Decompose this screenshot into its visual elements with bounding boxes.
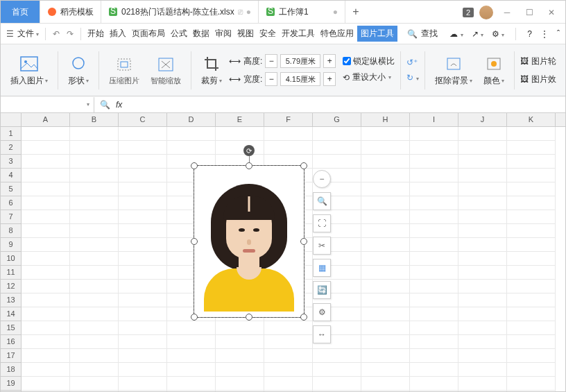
cell[interactable] bbox=[119, 141, 167, 155]
fit-button[interactable]: ⛶ bbox=[313, 214, 331, 232]
cell[interactable] bbox=[458, 307, 507, 321]
cell[interactable] bbox=[119, 293, 167, 307]
cell[interactable] bbox=[361, 127, 410, 141]
col-header[interactable]: C bbox=[119, 113, 167, 126]
resize-handle-se[interactable] bbox=[300, 314, 307, 321]
cell[interactable] bbox=[22, 141, 70, 155]
cell[interactable] bbox=[119, 363, 167, 377]
cell[interactable] bbox=[361, 252, 410, 266]
cell[interactable] bbox=[264, 363, 313, 377]
menu-data[interactable]: 数据 bbox=[191, 26, 212, 42]
cell[interactable] bbox=[70, 127, 119, 141]
cell[interactable] bbox=[507, 335, 556, 349]
cell[interactable] bbox=[22, 155, 70, 169]
cell[interactable] bbox=[458, 141, 507, 155]
reset-size-button[interactable]: ⟲ 重设大小▾ bbox=[343, 70, 395, 85]
add-tab-button[interactable]: + bbox=[345, 6, 366, 18]
cell[interactable] bbox=[313, 127, 361, 141]
height-plus[interactable]: + bbox=[323, 54, 336, 68]
col-header[interactable]: E bbox=[216, 113, 264, 126]
share-icon[interactable]: ↗ ▾ bbox=[472, 29, 483, 39]
cell[interactable] bbox=[70, 335, 119, 349]
compress-button[interactable]: 压缩图片 bbox=[105, 48, 144, 93]
cell[interactable] bbox=[70, 349, 119, 363]
cell[interactable] bbox=[22, 238, 70, 252]
cell[interactable] bbox=[119, 307, 167, 321]
cell[interactable] bbox=[458, 335, 507, 349]
cell[interactable] bbox=[216, 127, 264, 141]
cell[interactable] bbox=[507, 377, 556, 391]
cell[interactable] bbox=[264, 321, 313, 335]
cell[interactable] bbox=[119, 196, 167, 210]
row-header[interactable]: 5 bbox=[1, 182, 22, 196]
cell[interactable] bbox=[216, 335, 264, 349]
cell[interactable] bbox=[22, 307, 70, 321]
cell[interactable] bbox=[70, 182, 119, 196]
cell[interactable] bbox=[70, 238, 119, 252]
col-header[interactable]: B bbox=[70, 113, 119, 126]
cell[interactable] bbox=[70, 321, 119, 335]
cell[interactable] bbox=[361, 169, 410, 182]
color-button[interactable]: 颜色▾ bbox=[479, 48, 508, 93]
width-plus[interactable]: + bbox=[323, 72, 336, 86]
cell[interactable] bbox=[410, 293, 458, 307]
width-minus[interactable]: − bbox=[265, 72, 277, 86]
zoom-in-button[interactable]: 🔍 bbox=[313, 192, 331, 210]
cell[interactable] bbox=[458, 182, 507, 196]
menu-review[interactable]: 审阅 bbox=[213, 26, 234, 42]
cell[interactable] bbox=[119, 127, 167, 141]
row-header[interactable]: 16 bbox=[1, 335, 22, 349]
row-header[interactable]: 4 bbox=[1, 169, 22, 182]
cell[interactable] bbox=[22, 182, 70, 196]
remove-bg-button[interactable]: 抠除背景▾ bbox=[431, 48, 477, 93]
resize-handle-ne[interactable] bbox=[300, 162, 307, 169]
menu-dev[interactable]: 开发工具 bbox=[280, 26, 317, 42]
cell[interactable] bbox=[119, 224, 167, 238]
cell[interactable] bbox=[410, 252, 458, 266]
cell[interactable] bbox=[22, 169, 70, 182]
close-button[interactable]: ✕ bbox=[543, 4, 560, 21]
cell[interactable] bbox=[410, 238, 458, 252]
cell[interactable] bbox=[119, 349, 167, 363]
cell[interactable] bbox=[119, 169, 167, 182]
help-icon[interactable]: ? bbox=[527, 29, 532, 39]
cell[interactable] bbox=[216, 141, 264, 155]
cell[interactable] bbox=[410, 155, 458, 169]
cell[interactable] bbox=[70, 210, 119, 224]
cell[interactable] bbox=[507, 349, 556, 363]
menu-view[interactable]: 视图 bbox=[235, 26, 256, 42]
notification-badge[interactable]: 2 bbox=[463, 8, 474, 17]
cell[interactable] bbox=[119, 321, 167, 335]
cell[interactable] bbox=[410, 280, 458, 293]
cell[interactable] bbox=[410, 224, 458, 238]
smart-scale-button[interactable]: 智能缩放 bbox=[146, 48, 185, 93]
cell[interactable] bbox=[507, 307, 556, 321]
cell[interactable] bbox=[458, 210, 507, 224]
shape-button[interactable]: 形状▾ bbox=[64, 48, 93, 93]
cell[interactable] bbox=[216, 363, 264, 377]
cell[interactable] bbox=[507, 280, 556, 293]
cell[interactable] bbox=[70, 141, 119, 155]
col-header[interactable]: J bbox=[458, 113, 507, 126]
cell[interactable] bbox=[22, 127, 70, 141]
fx-search-icon[interactable]: 🔍 bbox=[100, 100, 110, 110]
cell[interactable] bbox=[119, 155, 167, 169]
cell[interactable] bbox=[119, 335, 167, 349]
cell[interactable] bbox=[458, 363, 507, 377]
convert-button[interactable]: 🔄 bbox=[313, 281, 331, 299]
settings-tool-button[interactable]: ⚙ bbox=[313, 303, 331, 321]
cell[interactable] bbox=[167, 141, 216, 155]
row-header[interactable]: 14 bbox=[1, 307, 22, 321]
cell[interactable] bbox=[70, 224, 119, 238]
cell[interactable] bbox=[361, 210, 410, 224]
cell[interactable] bbox=[22, 349, 70, 363]
cell[interactable] bbox=[119, 182, 167, 196]
cell[interactable] bbox=[507, 210, 556, 224]
cell[interactable] bbox=[70, 169, 119, 182]
cell[interactable] bbox=[458, 155, 507, 169]
col-header[interactable]: G bbox=[313, 113, 361, 126]
cell[interactable] bbox=[410, 307, 458, 321]
cell[interactable] bbox=[216, 377, 264, 391]
cell[interactable] bbox=[410, 321, 458, 335]
replace-button[interactable]: ↔ bbox=[313, 325, 331, 343]
